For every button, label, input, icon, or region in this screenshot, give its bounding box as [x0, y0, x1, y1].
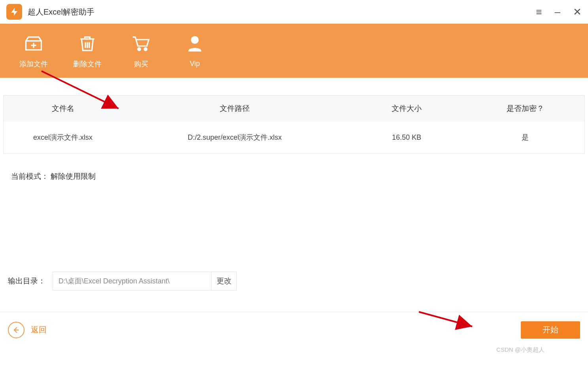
buy-label: 购买 — [134, 59, 148, 69]
toolbar: 添加文件 删除文件 购买 Vip — [0, 24, 588, 78]
cell-path: D:/2.super/excel演示文件.xlsx — [122, 133, 347, 142]
trash-icon — [77, 33, 98, 54]
delete-file-label: 删除文件 — [73, 59, 102, 69]
cell-encrypted: 是 — [466, 133, 584, 142]
app-logo — [6, 4, 22, 20]
cart-icon — [131, 33, 151, 54]
svg-point-0 — [138, 48, 141, 51]
add-file-button[interactable]: 添加文件 — [16, 33, 51, 69]
svg-point-1 — [144, 48, 147, 51]
buy-button[interactable]: 购买 — [123, 33, 159, 69]
col-name: 文件名 — [4, 103, 122, 114]
vip-label: Vip — [190, 60, 200, 68]
start-button[interactable]: 开始 — [521, 321, 580, 339]
table-row[interactable]: excel演示文件.xlsx D:/2.super/excel演示文件.xlsx… — [4, 122, 584, 153]
add-file-label: 添加文件 — [19, 59, 48, 69]
mode-value: 解除使用限制 — [51, 172, 96, 180]
cell-size: 16.50 KB — [347, 133, 466, 142]
user-icon — [185, 34, 205, 54]
output-row: 输出目录： D:\桌面\Excel Decryption Assistant\ … — [8, 272, 237, 291]
minimize-icon[interactable]: – — [555, 7, 560, 17]
output-path[interactable]: D:\桌面\Excel Decryption Assistant\ — [53, 272, 211, 290]
file-table: 文件名 文件路径 文件大小 是否加密？ excel演示文件.xlsx D:/2.… — [3, 95, 585, 154]
cell-name: excel演示文件.xlsx — [4, 133, 122, 142]
menu-icon[interactable]: ≡ — [536, 7, 542, 17]
back-arrow-icon — [8, 322, 24, 338]
output-field: D:\桌面\Excel Decryption Assistant\ 更改 — [53, 272, 237, 291]
main-area: 文件名 文件路径 文件大小 是否加密？ excel演示文件.xlsx D:/2.… — [0, 95, 588, 182]
col-encrypted: 是否加密？ — [466, 103, 584, 114]
add-file-icon — [23, 33, 44, 54]
svg-point-2 — [191, 36, 199, 44]
back-button[interactable]: 返回 — [8, 322, 47, 338]
change-button[interactable]: 更改 — [211, 272, 236, 290]
table-header: 文件名 文件路径 文件大小 是否加密？ — [4, 96, 584, 122]
col-path: 文件路径 — [122, 103, 347, 114]
mode-line: 当前模式： 解除使用限制 — [11, 171, 577, 182]
titlebar: 超人Excel解密助手 ≡ – ✕ — [0, 0, 588, 24]
app-title: 超人Excel解密助手 — [28, 7, 94, 17]
col-size: 文件大小 — [347, 103, 466, 114]
close-icon[interactable]: ✕ — [573, 7, 582, 17]
window-controls: ≡ – ✕ — [536, 7, 582, 17]
delete-file-button[interactable]: 删除文件 — [70, 33, 105, 69]
output-label: 输出目录： — [8, 276, 45, 286]
vip-button[interactable]: Vip — [177, 34, 213, 68]
footer: 返回 开始 — [0, 312, 588, 347]
watermark: CSDN @小奥超人 — [496, 346, 545, 354]
back-label: 返回 — [31, 324, 47, 335]
mode-label: 当前模式： — [11, 172, 49, 180]
